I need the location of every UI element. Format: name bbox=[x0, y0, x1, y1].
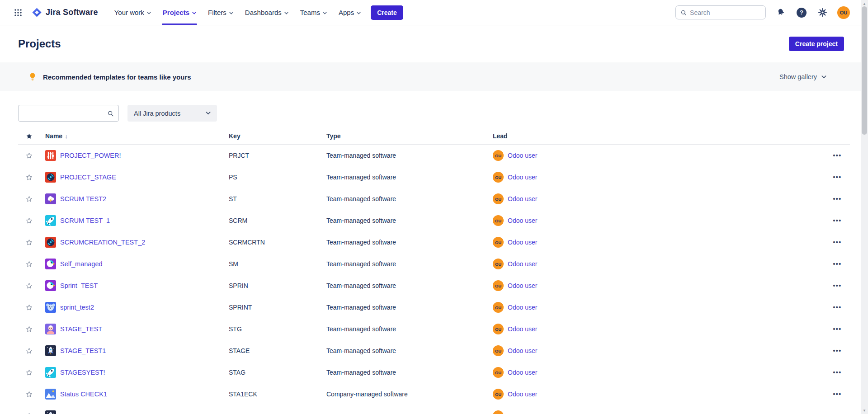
jira-logo[interactable]: Jira Software bbox=[32, 7, 98, 18]
star-outline-icon bbox=[25, 239, 33, 246]
lead-link[interactable]: Odoo user bbox=[508, 195, 537, 202]
table-row: SCRUMCREATION_TEST_2 SCRMCRTN Team-manag… bbox=[18, 231, 850, 253]
lead-link[interactable]: Odoo user bbox=[508, 217, 537, 224]
project-search-input[interactable] bbox=[23, 110, 107, 117]
project-name-link[interactable]: SCRUM TEST2 bbox=[60, 195, 106, 202]
lead-link[interactable]: Odoo user bbox=[508, 260, 537, 268]
nav-item-filters[interactable]: Filters bbox=[204, 0, 237, 25]
star-toggle[interactable] bbox=[25, 260, 33, 268]
star-toggle[interactable] bbox=[25, 239, 33, 246]
project-name-link[interactable]: Sprint_TEST bbox=[60, 282, 98, 289]
table-row: STAGE_TEST1 STAGE Team-managed software … bbox=[18, 340, 850, 362]
star-toggle[interactable] bbox=[25, 304, 33, 311]
key-column-header[interactable]: Key bbox=[229, 132, 326, 140]
type-column-header[interactable]: Type bbox=[326, 132, 493, 140]
global-search[interactable] bbox=[675, 5, 766, 19]
project-name-link[interactable]: PROJECT_POWER! bbox=[60, 152, 121, 159]
star-toggle[interactable] bbox=[25, 152, 33, 160]
create-project-button[interactable]: Create project bbox=[789, 37, 844, 51]
notifications-bell-icon[interactable] bbox=[775, 7, 787, 19]
star-toggle[interactable] bbox=[25, 390, 33, 398]
nav-item-dashboards[interactable]: Dashboards bbox=[241, 0, 292, 25]
star-toggle[interactable] bbox=[25, 369, 33, 376]
user-avatar[interactable]: OU bbox=[837, 6, 850, 19]
lead-avatar: OU bbox=[493, 215, 504, 226]
help-icon[interactable]: ? bbox=[796, 7, 807, 19]
more-actions-button[interactable]: ••• bbox=[830, 150, 844, 161]
show-gallery-button[interactable]: Show gallery bbox=[779, 73, 826, 80]
project-name-link[interactable]: PROJECT_STAGE bbox=[60, 174, 116, 181]
scroll-down-arrow[interactable]: ▼ bbox=[861, 408, 868, 413]
project-icon-disc bbox=[45, 237, 56, 248]
lead-link[interactable]: Odoo user bbox=[508, 174, 537, 181]
nav-item-projects[interactable]: Projects bbox=[159, 0, 200, 25]
project-name-link[interactable]: sprint_test2 bbox=[60, 304, 94, 311]
lead-avatar: OU bbox=[493, 410, 504, 414]
lead-link[interactable]: Odoo user bbox=[508, 390, 537, 398]
more-actions-button[interactable]: ••• bbox=[830, 345, 844, 356]
more-actions-button[interactable]: ••• bbox=[830, 193, 844, 204]
project-name-link[interactable]: Self_managed bbox=[60, 260, 103, 268]
more-actions-button[interactable]: ••• bbox=[830, 280, 844, 291]
product-filter-dropdown[interactable]: All Jira products bbox=[127, 105, 217, 122]
nav-item-apps[interactable]: Apps bbox=[335, 0, 364, 25]
project-name-link[interactable]: STAGESYEST! bbox=[60, 369, 105, 376]
lead-avatar: OU bbox=[493, 302, 504, 313]
more-actions-button[interactable]: ••• bbox=[830, 237, 844, 248]
vertical-scrollbar[interactable]: ▲ ▼ bbox=[861, 0, 868, 414]
more-actions-button[interactable]: ••• bbox=[830, 389, 844, 400]
project-name-link[interactable]: STAGE_TEST bbox=[60, 325, 102, 333]
lead-link[interactable]: Odoo user bbox=[508, 325, 537, 333]
star-filled-icon bbox=[25, 132, 33, 140]
create-button[interactable]: Create bbox=[371, 5, 403, 20]
search-input[interactable] bbox=[690, 9, 761, 16]
navbar-right: ? OU bbox=[675, 5, 850, 19]
project-name-link[interactable]: STAGE_TEST1 bbox=[60, 347, 106, 354]
project-key: ST bbox=[229, 195, 326, 202]
star-toggle[interactable] bbox=[25, 195, 33, 203]
lead-avatar: OU bbox=[493, 172, 504, 183]
more-actions-button[interactable]: ••• bbox=[830, 259, 844, 269]
more-actions-button[interactable]: ••• bbox=[830, 172, 844, 183]
settings-gear-icon[interactable] bbox=[816, 7, 828, 19]
more-actions-button[interactable]: ••• bbox=[830, 215, 844, 226]
star-toggle[interactable] bbox=[25, 325, 33, 333]
project-name-link[interactable]: Status CHECK1 bbox=[60, 390, 107, 398]
project-name-link[interactable]: SCRUM TEST_1 bbox=[60, 217, 110, 224]
star-column-header[interactable] bbox=[25, 132, 33, 140]
lead-avatar: OU bbox=[493, 193, 504, 204]
star-toggle[interactable] bbox=[25, 217, 33, 225]
lead-link[interactable]: Odoo user bbox=[508, 239, 537, 246]
lead-link[interactable]: Odoo user bbox=[508, 304, 537, 311]
project-key: STAGE bbox=[229, 347, 326, 354]
top-navbar: Jira Software Your workProjectsFiltersDa… bbox=[0, 0, 868, 25]
lead-column-header[interactable]: Lead bbox=[493, 132, 825, 140]
project-type: Team-managed software bbox=[326, 239, 493, 246]
star-toggle[interactable] bbox=[25, 282, 33, 290]
nav-item-your-work[interactable]: Your work bbox=[111, 0, 155, 25]
project-icon-storm-cloud bbox=[45, 193, 56, 204]
more-actions-button[interactable]: ••• bbox=[830, 324, 844, 334]
star-toggle[interactable] bbox=[25, 412, 33, 414]
lead-link[interactable]: Odoo user bbox=[508, 347, 537, 354]
lead-link[interactable]: Odoo user bbox=[508, 282, 537, 289]
project-filter-search[interactable] bbox=[18, 105, 119, 122]
project-icon-sliders bbox=[45, 150, 56, 161]
lead-link[interactable]: Odoo user bbox=[508, 152, 537, 159]
nav-item-teams[interactable]: Teams bbox=[297, 0, 330, 25]
lead-link[interactable]: Odoo user bbox=[508, 369, 537, 376]
app-switcher-icon[interactable] bbox=[11, 5, 25, 20]
table-row: STAGE_TEST STG Team-managed software OU … bbox=[18, 318, 850, 340]
project-type: Team-managed software bbox=[326, 217, 493, 224]
star-toggle[interactable] bbox=[25, 347, 33, 355]
name-column-header[interactable]: Name ↓ bbox=[40, 132, 229, 140]
more-actions-button[interactable]: ••• bbox=[830, 302, 844, 313]
scroll-up-arrow[interactable]: ▲ bbox=[861, 1, 868, 6]
project-name-link[interactable]: SCRUMCREATION_TEST_2 bbox=[60, 239, 145, 246]
table-row: PROJECT_POWER! PRJCT Team-managed softwa… bbox=[18, 145, 850, 166]
star-toggle[interactable] bbox=[25, 174, 33, 181]
more-actions-button[interactable]: ••• bbox=[830, 410, 844, 414]
scrollbar-thumb[interactable] bbox=[862, 6, 867, 135]
more-actions-button[interactable]: ••• bbox=[830, 367, 844, 378]
project-key: PRJCT bbox=[229, 152, 326, 159]
